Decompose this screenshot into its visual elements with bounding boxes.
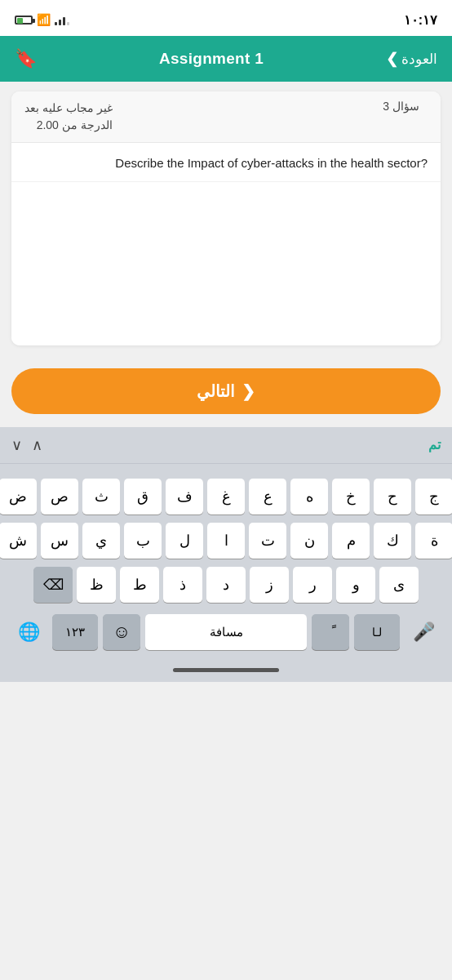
question-header: غير مجاب عليه بعد الدرجة من 2.00 سؤال 3 [11, 91, 441, 143]
keyboard-bottom-row: 🌐 ١٢٣ ☺ مسافة ً لـا 🎤 [3, 611, 449, 658]
question-card: غير مجاب عليه بعد الدرجة من 2.00 سؤال 3 … [11, 91, 441, 345]
key-shin[interactable]: ش [0, 523, 37, 559]
key-kaf[interactable]: ك [374, 523, 411, 559]
status-time: ١٠:١٧ [404, 12, 437, 28]
nav-title: Assignment 1 [159, 50, 264, 68]
key-ta[interactable]: ت [249, 523, 286, 559]
globe-key[interactable]: 🌐 [10, 614, 47, 650]
keyboard-toolbar: ∨ ∧ تم [0, 427, 452, 463]
microphone-key[interactable]: 🎤 [405, 614, 442, 650]
key-kha[interactable]: خ [332, 479, 370, 514]
key-jim[interactable]: ج [415, 479, 452, 514]
key-dal[interactable]: د [206, 567, 246, 603]
space-key-label: مسافة [210, 625, 243, 639]
wifi-icon: 📶 [37, 13, 51, 26]
key-ta-heavy[interactable]: ط [120, 567, 159, 603]
key-qaf[interactable]: ق [124, 479, 162, 514]
home-indicator-area [0, 662, 452, 682]
key-ba[interactable]: ب [124, 523, 162, 559]
key-dad[interactable]: ض [0, 479, 37, 514]
next-button-container: ❮ التالي [0, 355, 452, 427]
return-key[interactable]: لـا [354, 614, 400, 650]
signal-bars [55, 14, 69, 25]
status-bar: 📶 ١٠:١٧ [0, 0, 452, 36]
answer-area[interactable] [11, 182, 441, 345]
question-text: Describe the Impact of cyber-attacks in … [11, 143, 441, 182]
numbers-key-label: ١٢٣ [65, 625, 85, 639]
key-ha[interactable]: ح [374, 479, 411, 514]
question-status: غير مجاب عليه بعد الدرجة من 2.00 [24, 100, 113, 134]
keyboard-toolbar-arrows: ∨ ∧ [11, 436, 42, 454]
key-sad[interactable]: ص [41, 479, 78, 514]
emoji-key[interactable]: ☺ [103, 614, 140, 650]
key-ha-small[interactable]: ه [290, 479, 328, 514]
key-alif-maqsura[interactable]: ى [379, 567, 419, 603]
space-key[interactable]: مسافة [145, 614, 307, 650]
key-ghayn[interactable]: غ [207, 479, 245, 514]
key-nun[interactable]: ن [290, 523, 328, 559]
numbers-key[interactable]: ١٢٣ [52, 614, 98, 650]
arrow-down-icon[interactable]: ∨ [11, 436, 22, 454]
nav-bar: 🔖 Assignment 1 العودة ❯ [0, 36, 452, 82]
next-chevron-icon: ❮ [242, 381, 255, 401]
back-chevron-icon: ❯ [386, 50, 398, 68]
keyboard-row-3: ⌫ ظ ط ذ د ز ر و ى [3, 567, 449, 603]
key-ya[interactable]: ي [82, 523, 120, 559]
question-number: سؤال 3 [383, 100, 419, 113]
key-lam[interactable]: ل [166, 523, 203, 559]
question-status-line1: غير مجاب عليه بعد [24, 100, 113, 117]
keyboard-spacer [0, 464, 452, 472]
key-tha[interactable]: ث [82, 479, 120, 514]
home-bar [173, 668, 279, 672]
key-mim[interactable]: م [332, 523, 370, 559]
question-status-line2: الدرجة من 2.00 [24, 117, 113, 134]
key-ayn[interactable]: ع [249, 479, 286, 514]
key-ta-marbuta[interactable]: ة [415, 523, 452, 559]
key-zay[interactable]: ز [250, 567, 289, 603]
key-dhal[interactable]: ذ [163, 567, 202, 603]
key-waw[interactable]: و [336, 567, 375, 603]
return-key-label: لـا [372, 626, 382, 639]
key-zha[interactable]: ظ [77, 567, 116, 603]
back-label: العودة [401, 51, 437, 68]
key-sin[interactable]: س [41, 523, 78, 559]
status-left-icons: 📶 [15, 13, 69, 26]
arrow-up-icon[interactable]: ∧ [32, 436, 42, 454]
key-delete[interactable]: ⌫ [33, 567, 73, 603]
key-fa[interactable]: ف [166, 479, 203, 514]
keyboard-row-2: ش س ي ب ل ا ت ن م ك ة [3, 523, 449, 559]
keyboard: ض ص ث ق ف غ ع ه خ ح ج ش س ي ب ل ا ت ن م … [0, 472, 452, 662]
battery-icon [15, 16, 33, 24]
diacritic-key[interactable]: ً [312, 614, 349, 650]
main-content: غير مجاب عليه بعد الدرجة من 2.00 سؤال 3 … [0, 82, 452, 355]
back-button[interactable]: العودة ❯ [386, 50, 437, 68]
bookmark-icon[interactable]: 🔖 [15, 48, 37, 69]
key-alif[interactable]: ا [207, 523, 245, 559]
next-button[interactable]: ❮ التالي [11, 368, 441, 414]
next-button-label: التالي [197, 381, 235, 401]
keyboard-row-1: ض ص ث ق ف غ ع ه خ ح ج [3, 479, 449, 514]
keyboard-done-button[interactable]: تم [428, 437, 441, 452]
key-ra[interactable]: ر [293, 567, 332, 603]
